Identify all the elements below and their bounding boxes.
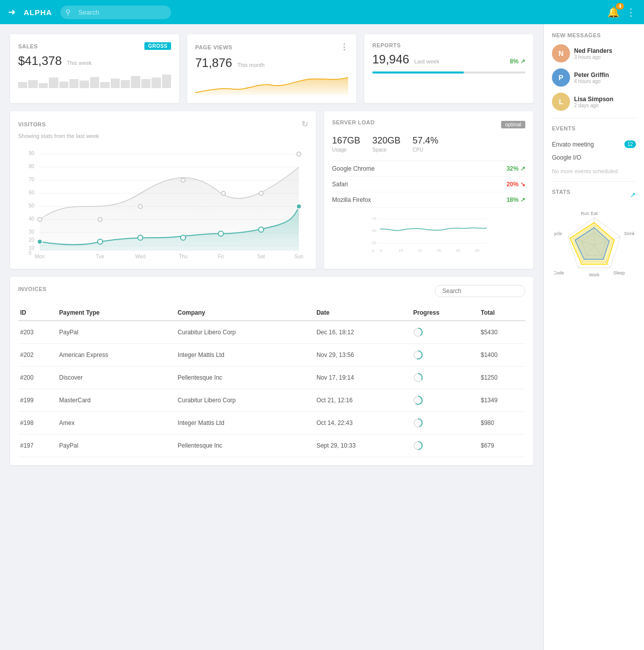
col-date: Date bbox=[314, 305, 411, 321]
space-label: Space bbox=[372, 147, 400, 153]
search-input[interactable] bbox=[60, 6, 171, 19]
cell-payment: PayPal bbox=[57, 435, 176, 457]
space-stat: 320GB Space bbox=[372, 135, 400, 153]
sales-value-row: $41,378 This week bbox=[18, 54, 171, 68]
layout: SALES gross $41,378 This week bbox=[0, 24, 644, 650]
reports-subtext: Last week bbox=[414, 58, 439, 64]
menu-button[interactable]: ⋮ bbox=[626, 6, 636, 18]
main-content: SALES gross $41,378 This week bbox=[0, 24, 543, 650]
stats-header: STATS ↗ bbox=[552, 189, 636, 201]
invoices-label: INVOICES bbox=[18, 286, 47, 292]
invoice-search-input[interactable] bbox=[435, 285, 525, 297]
usage-label: Usage bbox=[332, 147, 360, 153]
event-envato[interactable]: Envato meeting 12 bbox=[552, 137, 636, 151]
ned-time: 3 hours ago bbox=[574, 54, 612, 60]
cell-date: Nov 17, 19:14 bbox=[314, 367, 411, 389]
peter-avatar: P bbox=[552, 68, 570, 87]
svg-text:Sleep: Sleep bbox=[613, 270, 625, 275]
cell-payment: MasterCard bbox=[57, 389, 176, 412]
sales-label: SALES gross bbox=[18, 42, 171, 50]
pageviews-menu-icon[interactable]: ⋮ bbox=[340, 42, 349, 52]
chrome-name: Google Chrome bbox=[332, 165, 375, 172]
svg-text:60: 60 bbox=[29, 190, 35, 195]
cell-id: #202 bbox=[18, 344, 57, 367]
visitors-card: VISITORS ↻ Showing stats from the last w… bbox=[10, 111, 316, 269]
svg-text:20: 20 bbox=[418, 248, 422, 253]
pageviews-subtext: This month bbox=[237, 62, 264, 68]
cell-id: #197 bbox=[18, 435, 57, 457]
cell-date: Oct 21, 12:16 bbox=[314, 389, 411, 412]
chrome-value: 32% ↗ bbox=[507, 165, 525, 172]
server-stats: 167GB Usage 320GB Space 57.4% CPU bbox=[332, 135, 525, 153]
svg-point-24 bbox=[297, 152, 301, 156]
safari-name: Safari bbox=[332, 181, 348, 188]
pageviews-card: PAGE VIEWS ⋮ 71,876 This month bbox=[187, 34, 356, 103]
svg-text:0: 0 bbox=[380, 248, 382, 253]
visitors-chart: 90 80 70 60 50 40 30 20 10 0 bbox=[18, 145, 308, 261]
reports-value: 19,946 bbox=[372, 52, 409, 66]
invoices-table: ID Payment Type Company Date Progress To… bbox=[18, 305, 525, 457]
event-envato-name: Envato meeting bbox=[552, 141, 594, 148]
reports-progress-bar bbox=[372, 71, 525, 74]
table-row[interactable]: #200 Discover Pellentesque Inc Nov 17, 1… bbox=[18, 367, 525, 389]
event-googleio[interactable]: Google I/O bbox=[552, 151, 636, 164]
refresh-icon[interactable]: ↻ bbox=[301, 119, 308, 129]
cell-date: Dec 16, 18:12 bbox=[314, 321, 411, 344]
cpu-label: CPU bbox=[413, 147, 438, 153]
cell-payment: American Express bbox=[57, 344, 176, 367]
svg-point-27 bbox=[138, 235, 143, 240]
notifications-button[interactable]: 🔔 4 bbox=[607, 6, 620, 18]
message-peter[interactable]: P Peter Griffin 4 hours ago bbox=[552, 68, 636, 87]
reports-bar-fill bbox=[372, 71, 464, 74]
stats-section-title: STATS bbox=[552, 189, 571, 195]
cell-progress bbox=[411, 435, 478, 457]
table-row[interactable]: #199 MasterCard Curabitur Libero Corp Oc… bbox=[18, 389, 525, 412]
cell-company: Integer Mattis Ltd bbox=[176, 412, 314, 435]
svg-text:Code: Code bbox=[554, 270, 564, 275]
brand-name: ALPHA bbox=[24, 8, 52, 17]
notif-badge: 4 bbox=[616, 3, 624, 10]
svg-point-22 bbox=[221, 191, 225, 195]
svg-text:80: 80 bbox=[29, 164, 35, 169]
bar-1 bbox=[18, 82, 27, 88]
svg-text:50: 50 bbox=[372, 229, 376, 233]
message-ned[interactable]: N Ned Flanders 3 hours ago bbox=[552, 44, 636, 62]
col-progress: Progress bbox=[411, 305, 478, 321]
svg-text:0: 0 bbox=[372, 249, 374, 253]
svg-text:0: 0 bbox=[29, 250, 32, 256]
table-header-row: ID Payment Type Company Date Progress To… bbox=[18, 305, 525, 321]
cell-company: Curabitur Libero Corp bbox=[176, 321, 314, 344]
cell-total: $679 bbox=[478, 435, 525, 457]
search-icon: ⚲ bbox=[65, 8, 70, 16]
event-envato-badge: 12 bbox=[624, 140, 636, 148]
svg-text:Fri: Fri bbox=[218, 254, 224, 259]
svg-text:Work: Work bbox=[589, 272, 599, 277]
table-row[interactable]: #203 PayPal Curabitur Libero Corp Dec 16… bbox=[18, 321, 525, 344]
svg-point-30 bbox=[259, 227, 264, 232]
chrome-row: Google Chrome 32% ↗ bbox=[332, 161, 525, 177]
svg-text:30: 30 bbox=[437, 248, 441, 253]
table-row[interactable]: #202 American Express Integer Mattis Ltd… bbox=[18, 344, 525, 367]
divider-2 bbox=[552, 181, 636, 182]
safari-value: 20% ↘ bbox=[507, 181, 525, 188]
ned-name: Ned Flanders bbox=[574, 47, 612, 54]
table-row[interactable]: #197 PayPal Pellentesque Inc Sept 29, 10… bbox=[18, 435, 525, 457]
svg-point-29 bbox=[218, 231, 223, 236]
bar-2 bbox=[28, 80, 37, 89]
svg-point-19 bbox=[98, 218, 102, 222]
table-row[interactable]: #198 Amex Integer Mattis Ltd Oct 14, 22:… bbox=[18, 412, 525, 435]
svg-text:Tue: Tue bbox=[96, 254, 105, 259]
optimal-badge: optimal bbox=[501, 121, 525, 128]
server-label: SERVER LOAD bbox=[332, 119, 375, 125]
svg-text:50: 50 bbox=[475, 248, 479, 253]
svg-text:Wed: Wed bbox=[135, 254, 145, 259]
cell-total: $1349 bbox=[478, 389, 525, 412]
firefox-row: Mozilla Firefox 18% ↗ bbox=[332, 192, 525, 208]
event-googleio-name: Google I/O bbox=[552, 154, 581, 161]
message-lisa[interactable]: L Lisa Simpson 2 days ago bbox=[552, 93, 636, 111]
safari-row: Safari 20% ↘ bbox=[332, 177, 525, 192]
back-arrow-icon[interactable]: ➜ bbox=[8, 7, 16, 18]
pageviews-value-row: 71,876 This month bbox=[195, 56, 348, 70]
cell-progress bbox=[411, 367, 478, 389]
cell-id: #200 bbox=[18, 367, 57, 389]
